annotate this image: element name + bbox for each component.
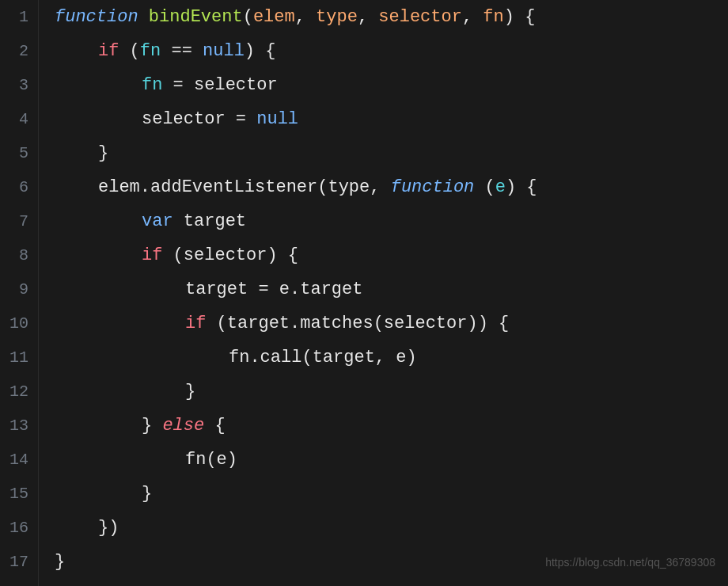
code-line-2: if ( fn == null ) { — [55, 34, 728, 68]
line-num-4: 4 — [9, 102, 28, 136]
code-editor: 1 2 3 4 5 6 7 8 9 10 11 12 13 14 15 16 1… — [0, 0, 728, 586]
line-num-5: 5 — [9, 136, 28, 170]
line-numbers: 1 2 3 4 5 6 7 8 9 10 11 12 13 14 15 16 1… — [0, 0, 39, 586]
line-num-10: 10 — [9, 306, 28, 341]
line-num-3: 3 — [9, 68, 28, 102]
line-num-11: 11 — [9, 341, 28, 375]
line-num-17: 17 — [9, 545, 28, 579]
code-line-8: if (selector) { — [55, 238, 728, 272]
code-line-13: } else { — [55, 409, 728, 443]
code-line-9: target = e.target — [55, 272, 728, 306]
watermark: https://blog.csdn.net/qq_36789308 — [545, 546, 715, 580]
code-line-11: fn.call(target, e) — [55, 341, 728, 375]
line-num-13: 13 — [9, 409, 28, 443]
line-num-15: 15 — [9, 477, 28, 511]
line-num-8: 8 — [9, 238, 28, 272]
line-num-9: 9 — [9, 272, 28, 306]
line-num-16: 16 — [9, 511, 28, 545]
keyword-function: function — [55, 0, 138, 34]
code-line-16: }) — [55, 511, 728, 545]
line-num-2: 2 — [9, 34, 28, 68]
function-name: bindEvent — [149, 0, 243, 34]
line-num-6: 6 — [9, 170, 28, 204]
code-line-5: } — [55, 136, 728, 170]
code-line-10: if (target.matches(selector)) { — [55, 306, 728, 341]
line-num-7: 7 — [9, 204, 28, 238]
code-content: function bindEvent ( elem , type , selec… — [39, 0, 728, 586]
line-num-14: 14 — [9, 443, 28, 477]
code-line-7: var target — [55, 204, 728, 238]
code-line-15: } — [55, 477, 728, 511]
code-line-6: elem.addEventListener(type, function ( e… — [55, 170, 728, 204]
code-line-3: fn = selector — [55, 68, 728, 102]
code-line-1: function bindEvent ( elem , type , selec… — [55, 0, 728, 34]
code-line-14: fn(e) — [55, 443, 728, 477]
code-line-12: } — [55, 375, 728, 409]
code-line-4: selector = null — [55, 102, 728, 136]
line-num-1: 1 — [9, 0, 28, 34]
line-num-12: 12 — [9, 375, 28, 409]
